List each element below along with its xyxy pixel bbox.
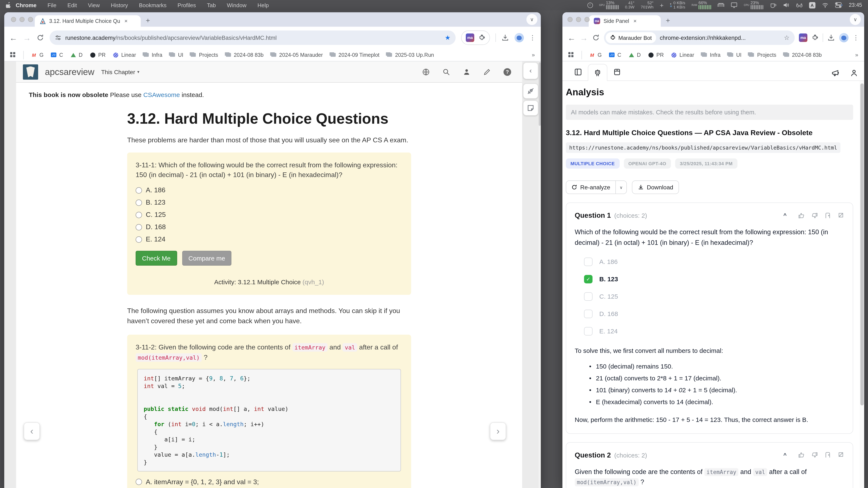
choice-row[interactable]: A. 186 xyxy=(584,257,844,266)
choice-row[interactable]: ✓ B. 123 xyxy=(584,275,844,283)
panel-tab-pages[interactable] xyxy=(568,64,588,80)
previous-page-button[interactable]: ‹ xyxy=(24,422,40,440)
browser-menu-icon[interactable]: ⋮ xyxy=(853,34,859,41)
answer-option[interactable]: A. itemArray = {0, 1, 2, 3} and val = 3; xyxy=(135,478,403,486)
minimize-window-button[interactable] xyxy=(576,17,581,22)
check-me-button[interactable]: Check Me xyxy=(135,251,177,266)
thumbs-down-icon[interactable] xyxy=(811,452,818,458)
network-status[interactable]: ●❋ 0 KB/s1 KB/s xyxy=(670,1,685,9)
bookmark-item[interactable]: Projects xyxy=(749,52,776,58)
gpu-status[interactable]: GPU 13% xyxy=(599,1,619,9)
highlighter-off-button[interactable] xyxy=(523,84,538,99)
bookmark-item[interactable]: 2024-08 83b xyxy=(225,52,264,58)
thumbs-up-icon[interactable] xyxy=(798,452,805,458)
thumbs-down-icon[interactable] xyxy=(811,212,818,219)
tab-search-button[interactable]: ∨ xyxy=(526,14,537,25)
site-brand[interactable]: apcsareview xyxy=(45,67,94,77)
reload-button[interactable] xyxy=(36,34,44,41)
flag-off-icon[interactable] xyxy=(837,452,844,458)
panel-scrollbar-thumb[interactable] xyxy=(860,84,864,405)
bookmark-item[interactable]: 2024-08 83b xyxy=(783,52,822,58)
bookmark-item[interactable]: Linear xyxy=(113,52,136,58)
profile-avatar[interactable] xyxy=(839,33,848,42)
power-monitor-icon[interactable]: ⏽ xyxy=(587,2,593,8)
answer-option[interactable]: D. 168 xyxy=(135,223,403,231)
bookmark-item[interactable]: 2025-03 Up.Run xyxy=(387,52,434,58)
answer-option[interactable]: E. 124 xyxy=(135,236,403,243)
downloads-icon[interactable] xyxy=(501,34,509,41)
choice-checkbox[interactable]: ✓ xyxy=(584,275,592,283)
account-icon[interactable] xyxy=(850,69,858,77)
tab-close-icon[interactable]: × xyxy=(124,18,128,24)
forward-button[interactable]: → xyxy=(580,34,588,42)
marauder-extension-icon[interactable]: ma xyxy=(466,33,474,42)
temp-energy-status[interactable]: 52°701Wh xyxy=(641,1,654,9)
panel-tab-analysis[interactable] xyxy=(588,64,607,81)
extensions-puzzle-icon[interactable] xyxy=(812,34,818,41)
menubar-item[interactable]: History xyxy=(111,2,128,8)
scratchpad-button[interactable] xyxy=(523,100,538,116)
bookmark-item[interactable]: C xyxy=(51,52,63,58)
extensions-puzzle-icon[interactable] xyxy=(478,34,485,41)
next-page-button[interactable]: › xyxy=(490,422,506,440)
bookmarks-overflow-icon[interactable]: » xyxy=(532,52,535,58)
answer-option[interactable]: B. 123 xyxy=(135,199,403,206)
bookmarks-overflow-icon[interactable]: » xyxy=(855,52,858,58)
choice-checkbox[interactable] xyxy=(584,327,592,335)
compare-me-button[interactable]: Compare me xyxy=(182,251,231,266)
bed-icon[interactable] xyxy=(717,2,724,8)
tab-close-icon[interactable]: × xyxy=(632,18,638,24)
temp-power-status[interactable]: 41°0.3W xyxy=(625,1,634,9)
radio-button[interactable] xyxy=(135,224,142,230)
extension-chip[interactable]: Marauder Bot xyxy=(606,32,656,43)
bookmark-item[interactable]: Infra xyxy=(702,52,720,58)
apps-grid-icon[interactable] xyxy=(10,52,16,58)
csawesome-link[interactable]: CSAwesome xyxy=(143,91,180,98)
apple-icon[interactable] xyxy=(6,2,11,8)
choice-checkbox[interactable] xyxy=(584,292,592,300)
bookmark-star-icon[interactable]: ☆ xyxy=(784,34,789,41)
choice-checkbox[interactable] xyxy=(584,257,592,266)
menubar-clock[interactable]: 23:45 xyxy=(849,2,862,8)
thumbs-up-icon[interactable] xyxy=(798,212,805,219)
address-bar[interactable]: runestone.academy/ns/books/published/apc… xyxy=(50,31,456,45)
bookmark-item[interactable]: PR xyxy=(648,52,664,58)
menubar-item[interactable]: Bookmarks xyxy=(139,2,166,8)
choice-row[interactable]: C. 125 xyxy=(584,292,844,300)
download-button[interactable]: Download xyxy=(632,181,679,194)
input-language-switcher[interactable]: A xyxy=(809,2,815,8)
radio-button[interactable] xyxy=(135,199,142,206)
bookmark-item[interactable]: Infra xyxy=(143,52,162,58)
door-icon[interactable] xyxy=(824,452,831,458)
menubar-item[interactable]: Chrome xyxy=(16,2,36,8)
panel-tab-archive[interactable] xyxy=(607,64,627,80)
tab-hard-multiple-choice[interactable]: 3.12. Hard Multiple Choice Qu × xyxy=(35,15,141,27)
flag-off-icon[interactable] xyxy=(837,212,844,219)
menubar-item[interactable]: View xyxy=(88,2,100,8)
menubar-item[interactable]: Help xyxy=(257,2,269,8)
menubar-item[interactable]: Window xyxy=(227,2,247,8)
display-icon[interactable] xyxy=(731,2,738,8)
bookmark-item[interactable]: Linear xyxy=(671,52,694,58)
new-tab-button[interactable]: + xyxy=(146,17,150,25)
collapse-card-icon[interactable]: ^ xyxy=(783,212,786,219)
apps-grid-icon[interactable] xyxy=(568,52,574,58)
marauder-extension-icon[interactable]: ma xyxy=(799,33,807,42)
collapse-sidebar-button[interactable]: ‹ xyxy=(523,62,538,79)
close-window-button[interactable] xyxy=(567,17,572,22)
forward-button[interactable]: → xyxy=(23,34,31,42)
door-icon[interactable] xyxy=(824,212,831,219)
control-center-icon[interactable] xyxy=(835,1,842,9)
bookmark-item[interactable]: D xyxy=(70,52,83,58)
reload-button[interactable] xyxy=(592,34,600,41)
bookmark-item[interactable]: UI xyxy=(728,52,742,58)
answer-option[interactable]: C. 125 xyxy=(135,211,403,219)
bookmark-item[interactable]: UI xyxy=(169,52,183,58)
tab-side-panel[interactable]: ma Side Panel × xyxy=(589,15,661,27)
address-bar[interactable]: Marauder Bot chrome-extension://nhkkaken… xyxy=(604,31,795,45)
radio-button[interactable] xyxy=(135,187,142,194)
zoom-window-button[interactable] xyxy=(28,17,33,22)
bookmark-item[interactable]: G xyxy=(589,52,601,58)
site-settings-icon[interactable] xyxy=(55,34,61,41)
megaphone-icon[interactable] xyxy=(831,69,840,77)
